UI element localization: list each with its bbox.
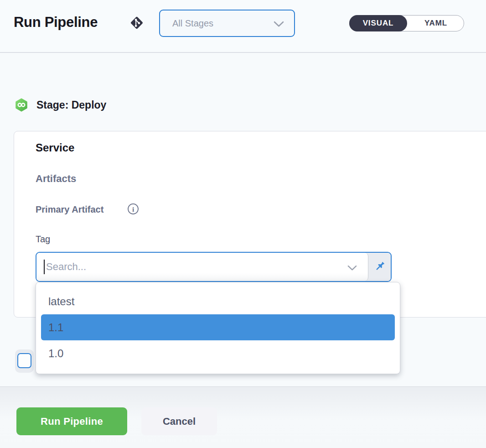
pin-button[interactable] [368,253,391,281]
pin-icon [373,260,386,274]
stage-selector-value: All Stages [172,10,213,36]
tag-dropdown-menu: latest 1.1 1.0 [36,282,400,374]
tag-label: Tag [36,234,50,245]
header: Run Pipeline All Stages VISUAL YAML [0,0,486,53]
page-title: Run Pipeline [14,14,98,31]
dropdown-item-1-1[interactable]: 1.1 [41,314,395,340]
dropdown-item-1-0[interactable]: 1.0 [36,340,400,366]
visual-yaml-toggle: VISUAL YAML [349,15,464,31]
toggle-yaml[interactable]: YAML [408,16,464,31]
cd-stage-hexagon-icon [15,98,28,112]
svg-text:i: i [132,205,134,213]
tag-search-input[interactable] [36,253,368,281]
checkbox[interactable] [17,353,31,368]
chevron-down-icon[interactable] [347,265,357,273]
info-icon[interactable]: i [127,203,139,215]
run-pipeline-button[interactable]: Run Pipeline [16,407,127,435]
chevron-down-icon [274,21,284,29]
stage-selector-dropdown[interactable]: All Stages [159,10,295,37]
artifacts-heading: Artifacts [36,173,76,185]
stage-label: Stage: Deploy [36,99,106,111]
cancel-button[interactable]: Cancel [141,407,217,435]
service-heading: Service [36,141,74,154]
toggle-visual[interactable]: VISUAL [349,15,407,31]
tag-combobox [36,252,392,282]
tag-input-wrap [36,253,368,281]
footer: Run Pipeline Cancel [0,387,486,448]
dropdown-item-latest[interactable]: latest [36,288,400,314]
git-branch-icon [129,15,145,31]
primary-artifact-label: Primary Artifact [36,204,103,215]
